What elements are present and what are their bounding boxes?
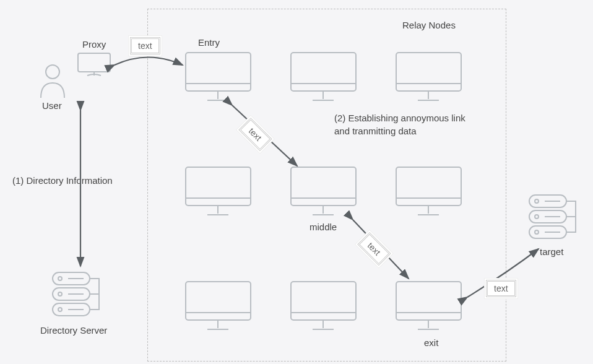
text-badge: text bbox=[130, 37, 160, 54]
arrows-overlay bbox=[0, 0, 593, 364]
text-badge: text bbox=[486, 280, 516, 297]
